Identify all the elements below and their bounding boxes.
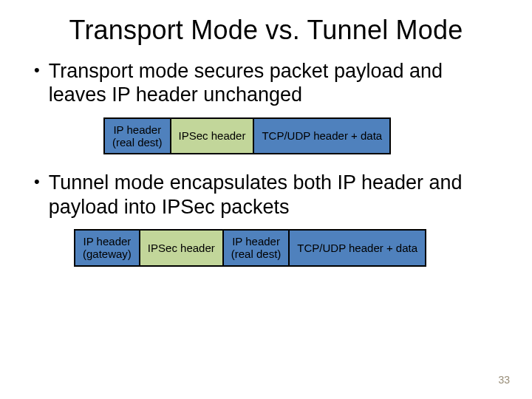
slide-title: Transport Mode vs. Tunnel Mode [0, 15, 532, 46]
page-number: 33 [498, 374, 510, 386]
seg-line: IPSec header [148, 242, 215, 254]
bullet-dot-icon: • [34, 171, 40, 194]
bullet-dot-icon: • [34, 59, 40, 82]
seg-tcp-udp-data: TCP/UDP header + data [254, 119, 389, 154]
packet-diagram-tunnel: IP header (gateway) IPSec header IP head… [0, 229, 532, 267]
seg-line: IP header [83, 235, 132, 248]
seg-ipsec-header: IPSec header [140, 231, 224, 265]
seg-ipsec-header: IPSec header [171, 119, 255, 154]
seg-line: TCP/UDP header + data [262, 129, 382, 142]
seg-line: (real dest) [112, 136, 163, 149]
seg-ip-header-gateway: IP header (gateway) [75, 231, 140, 265]
bullet-tunnel: • Tunnel mode encapsulates both IP heade… [0, 171, 532, 219]
seg-ip-header-real: IP header (real dest) [105, 119, 171, 154]
bullet-transport: • Transport mode secures packet payload … [0, 59, 532, 107]
seg-line: (real dest) [231, 248, 282, 260]
seg-line: IP header [232, 235, 280, 248]
seg-ip-header-real: IP header (real dest) [224, 231, 290, 265]
seg-line: (gateway) [83, 248, 132, 260]
packet-tunnel: IP header (gateway) IPSec header IP head… [74, 229, 426, 267]
bullet-transport-text: Transport mode secures packet payload an… [49, 59, 502, 107]
packet-diagram-transport: IP header (real dest) IPSec header TCP/U… [0, 117, 532, 155]
packet-transport: IP header (real dest) IPSec header TCP/U… [103, 117, 391, 155]
seg-line: IP header [113, 123, 161, 136]
seg-tcp-udp-data: TCP/UDP header + data [290, 231, 425, 265]
bullet-tunnel-text: Tunnel mode encapsulates both IP header … [49, 171, 502, 219]
seg-line: IPSec header [179, 129, 246, 142]
seg-line: TCP/UDP header + data [297, 242, 417, 254]
